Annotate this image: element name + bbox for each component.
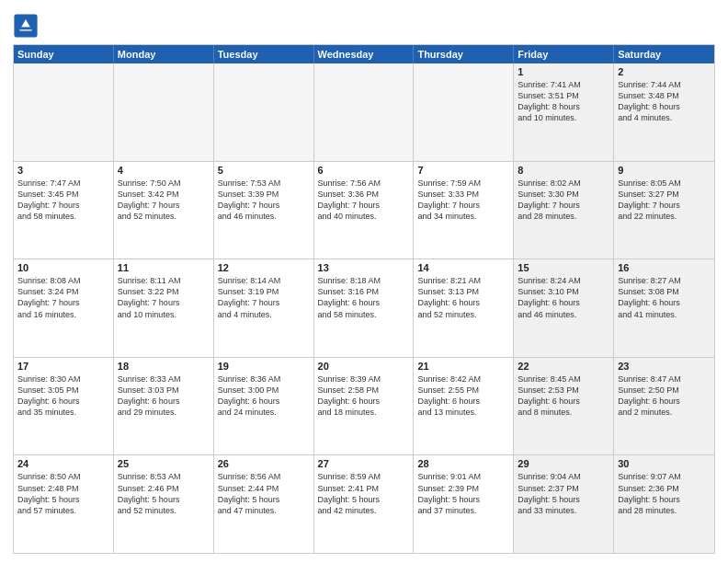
calendar-cell-r3-c5: 22Sunrise: 8:45 AM Sunset: 2:53 PM Dayli… bbox=[514, 358, 614, 455]
day-number: 1 bbox=[518, 66, 609, 77]
calendar-cell-r2-c0: 10Sunrise: 8:08 AM Sunset: 3:24 PM Dayli… bbox=[14, 259, 114, 357]
calendar-cell-r0-c1 bbox=[114, 63, 214, 161]
day-info: Sunrise: 8:50 AM Sunset: 2:48 PM Dayligh… bbox=[17, 471, 109, 516]
header-day-saturday: Saturday bbox=[614, 45, 714, 63]
calendar-row-3: 17Sunrise: 8:30 AM Sunset: 3:05 PM Dayli… bbox=[14, 357, 714, 455]
calendar-cell-r1-c4: 7Sunrise: 7:59 AM Sunset: 3:33 PM Daylig… bbox=[414, 162, 514, 259]
calendar-cell-r2-c1: 11Sunrise: 8:11 AM Sunset: 3:22 PM Dayli… bbox=[114, 259, 214, 357]
header-day-monday: Monday bbox=[114, 45, 214, 63]
calendar-cell-r4-c2: 26Sunrise: 8:56 AM Sunset: 2:44 PM Dayli… bbox=[214, 455, 314, 553]
calendar-cell-r3-c3: 20Sunrise: 8:39 AM Sunset: 2:58 PM Dayli… bbox=[314, 358, 415, 455]
day-info: Sunrise: 8:59 AM Sunset: 2:41 PM Dayligh… bbox=[318, 471, 410, 516]
day-number: 14 bbox=[417, 262, 509, 273]
day-info: Sunrise: 7:56 AM Sunset: 3:36 PM Dayligh… bbox=[318, 178, 410, 223]
calendar-cell-r1-c0: 3Sunrise: 7:47 AM Sunset: 3:45 PM Daylig… bbox=[14, 162, 114, 259]
day-number: 25 bbox=[118, 458, 210, 469]
calendar-cell-r2-c4: 14Sunrise: 8:21 AM Sunset: 3:13 PM Dayli… bbox=[414, 259, 514, 357]
calendar-cell-r1-c1: 4Sunrise: 7:50 AM Sunset: 3:42 PM Daylig… bbox=[114, 162, 214, 259]
day-info: Sunrise: 7:41 AM Sunset: 3:51 PM Dayligh… bbox=[518, 79, 609, 124]
day-number: 16 bbox=[618, 262, 711, 273]
day-info: Sunrise: 9:07 AM Sunset: 2:36 PM Dayligh… bbox=[618, 471, 711, 516]
calendar-cell-r4-c3: 27Sunrise: 8:59 AM Sunset: 2:41 PM Dayli… bbox=[314, 455, 415, 553]
calendar-cell-r2-c2: 12Sunrise: 8:14 AM Sunset: 3:19 PM Dayli… bbox=[214, 259, 314, 357]
day-info: Sunrise: 8:53 AM Sunset: 2:46 PM Dayligh… bbox=[118, 471, 210, 516]
day-info: Sunrise: 8:42 AM Sunset: 2:55 PM Dayligh… bbox=[417, 373, 509, 419]
day-number: 12 bbox=[218, 262, 310, 273]
calendar-cell-r0-c0 bbox=[14, 63, 114, 161]
calendar-cell-r4-c5: 29Sunrise: 9:04 AM Sunset: 2:37 PM Dayli… bbox=[514, 455, 614, 553]
day-number: 22 bbox=[518, 361, 609, 372]
day-info: Sunrise: 7:47 AM Sunset: 3:45 PM Dayligh… bbox=[17, 178, 109, 223]
calendar-cell-r0-c3 bbox=[314, 63, 415, 161]
day-number: 23 bbox=[618, 361, 711, 372]
calendar-cell-r4-c1: 25Sunrise: 8:53 AM Sunset: 2:46 PM Dayli… bbox=[114, 455, 214, 553]
day-info: Sunrise: 7:50 AM Sunset: 3:42 PM Dayligh… bbox=[118, 178, 210, 223]
day-number: 27 bbox=[318, 458, 410, 469]
calendar-header: SundayMondayTuesdayWednesdayThursdayFrid… bbox=[14, 45, 714, 63]
header-day-tuesday: Tuesday bbox=[214, 45, 314, 63]
calendar-cell-r3-c1: 18Sunrise: 8:33 AM Sunset: 3:03 PM Dayli… bbox=[114, 358, 214, 455]
day-number: 13 bbox=[318, 262, 410, 273]
day-number: 20 bbox=[318, 361, 410, 372]
day-number: 18 bbox=[118, 361, 210, 372]
calendar-cell-r4-c6: 30Sunrise: 9:07 AM Sunset: 2:36 PM Dayli… bbox=[614, 455, 714, 553]
day-number: 28 bbox=[417, 458, 509, 469]
day-info: Sunrise: 9:01 AM Sunset: 2:39 PM Dayligh… bbox=[417, 471, 509, 516]
day-number: 10 bbox=[17, 262, 109, 273]
day-number: 11 bbox=[118, 262, 210, 273]
day-info: Sunrise: 8:24 AM Sunset: 3:10 PM Dayligh… bbox=[518, 275, 609, 320]
day-number: 9 bbox=[618, 165, 711, 176]
calendar: SundayMondayTuesdayWednesdayThursdayFrid… bbox=[13, 44, 715, 554]
day-info: Sunrise: 8:56 AM Sunset: 2:44 PM Dayligh… bbox=[218, 471, 310, 516]
calendar-cell-r3-c2: 19Sunrise: 8:36 AM Sunset: 3:00 PM Dayli… bbox=[214, 358, 314, 455]
calendar-row-0: 1Sunrise: 7:41 AM Sunset: 3:51 PM Daylig… bbox=[14, 63, 714, 161]
day-number: 26 bbox=[218, 458, 310, 469]
day-number: 2 bbox=[618, 66, 711, 77]
calendar-cell-r0-c2 bbox=[214, 63, 314, 161]
day-number: 5 bbox=[218, 165, 310, 176]
day-number: 4 bbox=[118, 165, 210, 176]
calendar-cell-r1-c6: 9Sunrise: 8:05 AM Sunset: 3:27 PM Daylig… bbox=[614, 162, 714, 259]
day-info: Sunrise: 8:39 AM Sunset: 2:58 PM Dayligh… bbox=[318, 373, 410, 419]
day-info: Sunrise: 7:53 AM Sunset: 3:39 PM Dayligh… bbox=[218, 178, 310, 223]
calendar-cell-r0-c5: 1Sunrise: 7:41 AM Sunset: 3:51 PM Daylig… bbox=[514, 63, 614, 161]
calendar-cell-r0-c6: 2Sunrise: 7:44 AM Sunset: 3:48 PM Daylig… bbox=[614, 63, 714, 161]
header-day-thursday: Thursday bbox=[414, 45, 514, 63]
day-number: 15 bbox=[518, 262, 609, 273]
day-number: 21 bbox=[417, 361, 509, 372]
logo-icon bbox=[13, 13, 39, 39]
day-number: 30 bbox=[618, 458, 711, 469]
day-info: Sunrise: 8:30 AM Sunset: 3:05 PM Dayligh… bbox=[17, 373, 109, 419]
calendar-cell-r2-c6: 16Sunrise: 8:27 AM Sunset: 3:08 PM Dayli… bbox=[614, 259, 714, 357]
calendar-cell-r3-c0: 17Sunrise: 8:30 AM Sunset: 3:05 PM Dayli… bbox=[14, 358, 114, 455]
calendar-cell-r1-c5: 8Sunrise: 8:02 AM Sunset: 3:30 PM Daylig… bbox=[514, 162, 614, 259]
calendar-cell-r1-c2: 5Sunrise: 7:53 AM Sunset: 3:39 PM Daylig… bbox=[214, 162, 314, 259]
header bbox=[13, 9, 715, 39]
calendar-row-2: 10Sunrise: 8:08 AM Sunset: 3:24 PM Dayli… bbox=[14, 259, 714, 357]
day-info: Sunrise: 8:02 AM Sunset: 3:30 PM Dayligh… bbox=[518, 178, 609, 223]
calendar-cell-r3-c6: 23Sunrise: 8:47 AM Sunset: 2:50 PM Dayli… bbox=[614, 358, 714, 455]
day-info: Sunrise: 8:05 AM Sunset: 3:27 PM Dayligh… bbox=[618, 178, 711, 223]
calendar-row-1: 3Sunrise: 7:47 AM Sunset: 3:45 PM Daylig… bbox=[14, 161, 714, 259]
day-number: 8 bbox=[518, 165, 609, 176]
calendar-cell-r4-c4: 28Sunrise: 9:01 AM Sunset: 2:39 PM Dayli… bbox=[414, 455, 514, 553]
calendar-cell-r3-c4: 21Sunrise: 8:42 AM Sunset: 2:55 PM Dayli… bbox=[414, 358, 514, 455]
calendar-cell-r1-c3: 6Sunrise: 7:56 AM Sunset: 3:36 PM Daylig… bbox=[314, 162, 415, 259]
day-info: Sunrise: 8:33 AM Sunset: 3:03 PM Dayligh… bbox=[118, 373, 210, 419]
day-info: Sunrise: 8:21 AM Sunset: 3:13 PM Dayligh… bbox=[417, 275, 509, 320]
day-info: Sunrise: 9:04 AM Sunset: 2:37 PM Dayligh… bbox=[518, 471, 609, 516]
svg-rect-2 bbox=[19, 27, 32, 29]
calendar-cell-r2-c3: 13Sunrise: 8:18 AM Sunset: 3:16 PM Dayli… bbox=[314, 259, 415, 357]
day-number: 3 bbox=[17, 165, 109, 176]
calendar-cell-r2-c5: 15Sunrise: 8:24 AM Sunset: 3:10 PM Dayli… bbox=[514, 259, 614, 357]
day-number: 6 bbox=[318, 165, 410, 176]
day-info: Sunrise: 8:14 AM Sunset: 3:19 PM Dayligh… bbox=[218, 275, 310, 320]
day-number: 29 bbox=[518, 458, 609, 469]
day-number: 19 bbox=[218, 361, 310, 372]
calendar-row-4: 24Sunrise: 8:50 AM Sunset: 2:48 PM Dayli… bbox=[14, 454, 714, 553]
day-info: Sunrise: 8:36 AM Sunset: 3:00 PM Dayligh… bbox=[218, 373, 310, 419]
header-day-friday: Friday bbox=[514, 45, 614, 63]
day-number: 7 bbox=[417, 165, 509, 176]
day-info: Sunrise: 8:18 AM Sunset: 3:16 PM Dayligh… bbox=[318, 275, 410, 320]
day-info: Sunrise: 8:08 AM Sunset: 3:24 PM Dayligh… bbox=[17, 275, 109, 320]
